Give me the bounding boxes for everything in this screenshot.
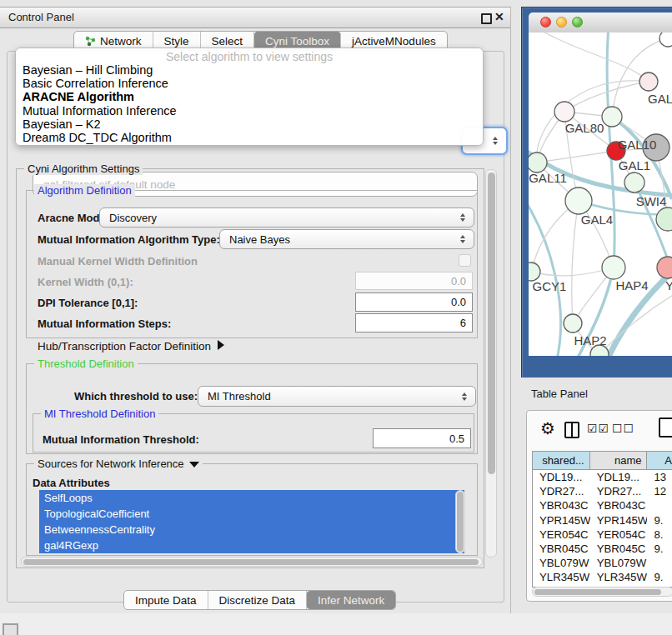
- zoom-traffic-light[interactable]: [572, 17, 583, 28]
- scrollbar-thumb[interactable]: [488, 172, 495, 474]
- popup-item[interactable]: Dream8 DC_TDC Algorithm: [16, 131, 483, 144]
- popup-item[interactable]: Bayesian – Hill Climbing: [16, 63, 483, 77]
- table-row[interactable]: YBL079W YBL079W: [533, 556, 672, 570]
- table-row[interactable]: YLR345W YLR345W 9.: [533, 570, 672, 584]
- table-row[interactable]: YBR043C YBR043C: [533, 498, 672, 512]
- mi-steps-field[interactable]: 6: [355, 313, 473, 332]
- manual-kernel-label: Manual Kernel Width Definition: [38, 255, 198, 268]
- node-label: GAL80: [565, 121, 604, 135]
- sources-title-text: Sources for Network Inference: [38, 458, 184, 470]
- popup-item[interactable]: Mutual Information Inference: [16, 104, 483, 118]
- dpi-tolerance-field[interactable]: 0.0: [355, 292, 473, 312]
- column-header-name[interactable]: name: [590, 452, 648, 469]
- node-label: SWI4: [636, 194, 667, 208]
- node-gcy1[interactable]: [529, 262, 540, 281]
- kernel-width-field[interactable]: 0.0: [355, 272, 473, 290]
- manual-kernel-checkbox[interactable]: [459, 254, 471, 267]
- attributes-list-scrollbar[interactable]: [455, 490, 465, 553]
- cell: 9.: [647, 513, 672, 528]
- cell: YDL19...: [533, 470, 590, 484]
- list-item[interactable]: gal4RGexp: [39, 538, 464, 553]
- tab-impute-data[interactable]: Impute Data: [124, 591, 208, 609]
- settings-vscrollbar[interactable]: [485, 169, 497, 558]
- which-threshold-value: MI Threshold: [208, 390, 271, 402]
- cell: YDL19...: [590, 470, 648, 484]
- bottom-strip: [0, 613, 672, 635]
- export-table-icon[interactable]: [659, 418, 672, 438]
- node-label: GAL: [648, 92, 672, 106]
- sources-group-title[interactable]: Sources for Network Inference: [34, 458, 203, 470]
- settings-hscrollbar[interactable]: [21, 557, 483, 567]
- tab-impute-data-label: Impute Data: [135, 594, 197, 607]
- gear-icon[interactable]: ⚙: [540, 418, 555, 438]
- column-header-partial[interactable]: A: [647, 452, 672, 469]
- select-all-checkboxes-icon[interactable]: ☑☑: [587, 422, 609, 435]
- algorithm-dropdown-popup: Select algorithm to view settings Bayesi…: [15, 48, 484, 146]
- cell: YLR345W: [533, 570, 590, 584]
- table-hscrollbar[interactable]: [532, 587, 672, 597]
- which-threshold-combo[interactable]: MI Threshold: [198, 386, 476, 407]
- node-gal11[interactable]: [529, 152, 547, 172]
- threshold-definition-title: Threshold Definition: [34, 358, 138, 370]
- minimized-panel-icon[interactable]: [3, 623, 18, 635]
- table-row[interactable]: YPR145W YPR145W 9.: [533, 513, 672, 528]
- list-item[interactable]: BetweennessCentrality: [39, 522, 464, 538]
- node-hap4[interactable]: [602, 256, 625, 279]
- scrollbar-thumb[interactable]: [457, 492, 464, 552]
- network-canvas[interactable]: GAL GAL80 GAL10 GAL1 GAL11 SWI4 GAL4 GCY…: [529, 32, 672, 356]
- list-item[interactable]: SelfLoops: [39, 490, 464, 506]
- node-label: HAP2: [574, 333, 606, 348]
- node-label: GAL1: [619, 158, 650, 172]
- spinner-arrows-icon: [462, 392, 468, 401]
- table-row[interactable]: YDL19... YDL19... 13: [533, 470, 672, 484]
- algorithm-definition-title: Algorithm Definition: [34, 184, 135, 197]
- mi-threshold-field[interactable]: 0.5: [373, 428, 471, 448]
- control-panel-titlebar[interactable]: Control Panel ✕: [0, 8, 510, 28]
- aracne-mode-combo[interactable]: Discovery: [99, 208, 474, 228]
- cell: YBR045C: [590, 542, 648, 556]
- node-gal10[interactable]: [602, 107, 622, 127]
- scrollbar-thumb[interactable]: [534, 589, 661, 595]
- cell: YLR345W: [590, 570, 648, 584]
- node-gal4[interactable]: [565, 188, 592, 214]
- table-row[interactable]: YDR27... YDR27... 12: [533, 484, 672, 498]
- table-panel: ⚙ ☑☑ ☐☐ shared... name A YDL19... YDL19.…: [526, 410, 672, 602]
- close-traffic-light[interactable]: [540, 17, 551, 28]
- minimize-traffic-light[interactable]: [556, 17, 567, 28]
- popup-item[interactable]: Bayesian – K2: [16, 118, 483, 131]
- tab-discretize-data-label: Discretize Data: [219, 594, 296, 607]
- node-green-right[interactable]: [656, 208, 672, 231]
- data-attributes-label: Data Attributes: [33, 477, 110, 489]
- which-threshold-label: Which threshold to use:: [74, 390, 198, 402]
- popup-item[interactable]: Basic Correlation Inference: [16, 77, 483, 90]
- mi-type-combo[interactable]: Naive Bayes: [219, 229, 474, 249]
- tab-discretize-data[interactable]: Discretize Data: [208, 591, 308, 609]
- scrollbar-thumb[interactable]: [23, 559, 479, 565]
- node-gal80[interactable]: [554, 102, 574, 122]
- list-item[interactable]: TopologicalCoefficient: [39, 506, 464, 522]
- table-row[interactable]: YER054C YER054C 8.: [533, 528, 672, 542]
- spinner-arrows-icon: [460, 213, 466, 222]
- close-icon[interactable]: ✕: [494, 10, 504, 23]
- tab-infer-network[interactable]: Infer Network: [307, 591, 395, 609]
- aracne-mode-value: Discovery: [109, 212, 157, 224]
- data-attributes-list[interactable]: SelfLoops TopologicalCoefficient Between…: [39, 490, 464, 553]
- network-graph: GAL GAL80 GAL10 GAL1 GAL11 SWI4 GAL4 GCY…: [529, 32, 672, 356]
- node-label: GAL4: [581, 212, 613, 227]
- columns-icon[interactable]: [564, 422, 579, 438]
- network-window-titlebar[interactable]: [529, 12, 672, 33]
- column-header-shared-name[interactable]: shared...: [533, 452, 590, 469]
- table-row[interactable]: YBR045C YBR045C 9.: [533, 542, 672, 556]
- node-swi4[interactable]: [624, 172, 644, 192]
- desktop: Control Panel ✕ Network Style: [0, 0, 672, 635]
- node-table[interactable]: shared... name A YDL19... YDL19... 13 YD…: [532, 451, 672, 588]
- node-partial-top[interactable]: [659, 32, 672, 47]
- node-gal-top[interactable]: [639, 72, 658, 91]
- deselect-all-checkboxes-icon[interactable]: ☐☐: [612, 422, 634, 435]
- hub-factor-expander[interactable]: Hub/Transcription Factor Definition: [38, 340, 224, 352]
- node-salmon[interactable]: [657, 257, 672, 278]
- popup-item-selected[interactable]: ARACNE Algorithm: [16, 90, 483, 103]
- node-hap2[interactable]: [564, 314, 582, 332]
- float-window-icon[interactable]: [481, 13, 492, 24]
- cyni-algorithm-settings-title: Cyni Algorithm Settings: [24, 162, 143, 175]
